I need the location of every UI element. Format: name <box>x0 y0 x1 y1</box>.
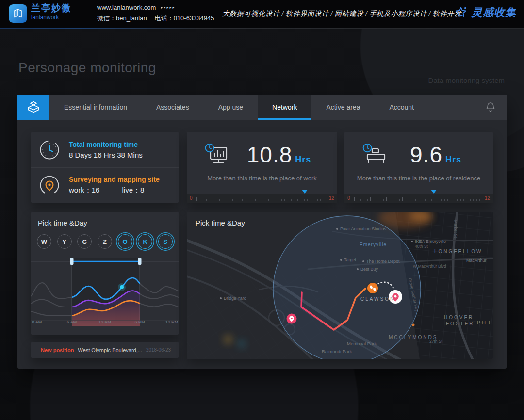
scale-pointer[interactable] <box>302 190 308 194</box>
day-button-z[interactable]: Z <box>98 234 112 249</box>
ruler-ticks <box>196 196 328 201</box>
current-position-marker[interactable] <box>367 282 379 294</box>
scale-min: 0 <box>347 195 350 201</box>
day-button-o[interactable]: O <box>118 234 132 249</box>
phone-label: 电话：010-63334945 <box>155 14 214 23</box>
day-chart-card: Pick time &Day W Y C Z O K S <box>31 212 179 335</box>
map-title: Pick time &Day <box>196 219 245 227</box>
work-hours-unit: Hrs <box>295 155 311 164</box>
header-contact: www.lanlanwork.com ▸▸▸▸▸ 微信：ben_lanlan 电… <box>97 4 214 23</box>
live-count: live：8 <box>122 186 145 194</box>
axis-tick-label: 12 PM <box>165 320 178 324</box>
day-buttons-row: W Y C Z O K S <box>37 234 173 249</box>
star-icon <box>454 6 468 19</box>
brand-text: 兰亭妙微 lanlanwork <box>31 3 72 21</box>
collect-logo[interactable]: 灵感收集 <box>454 5 516 20</box>
notice-address: West Olympic Boulevard,... <box>78 347 142 353</box>
scale-min: 0 <box>190 195 193 201</box>
total-monitoring-value: 8 Days 16 Hrs 38 Mins <box>69 151 143 159</box>
residence-hours-caption: More than this time is the place of resi… <box>344 175 493 182</box>
layers-box-icon <box>26 100 41 114</box>
day-chart-axis: 0 AM6 AM12 AM6 PM12 PM <box>31 320 179 326</box>
tab-essential-information[interactable]: Essential information <box>49 95 142 120</box>
header-bar: 兰亭妙微 lanlanwork www.lanlanwork.com ▸▸▸▸▸… <box>0 0 524 28</box>
residence-hours-card: 9.6Hrs More than this time is the place … <box>344 132 493 203</box>
residence-hours-unit: Hrs <box>445 155 461 164</box>
residence-hours-scale: 0 12 <box>344 194 493 203</box>
brand-name-cn: 兰亭妙微 <box>31 3 72 14</box>
axis-tick-label: 6 AM <box>67 320 77 324</box>
work-hours-value: 10.8 <box>247 142 293 167</box>
mapping-site-title: Surveying and mapping site <box>69 176 160 183</box>
day-button-c[interactable]: C <box>77 234 92 249</box>
work-hours-caption: More than this time is the place of work <box>187 175 337 182</box>
day-button-w[interactable]: W <box>37 234 51 249</box>
data-point-marker[interactable] <box>120 285 124 289</box>
map-canvas[interactable] <box>187 212 493 359</box>
start-position-marker[interactable] <box>287 314 297 324</box>
brand-name-en: lanlanwork <box>31 15 72 21</box>
scale-pointer[interactable] <box>431 190 437 194</box>
axis-tick-label: 12 AM <box>98 320 111 324</box>
mapping-site-row: Surveying and mapping site work：16 live：… <box>31 167 179 203</box>
tab-network[interactable]: Network <box>258 95 311 120</box>
day-button-y[interactable]: Y <box>57 234 72 249</box>
app-root: 兰亭妙微 lanlanwork www.lanlanwork.com ▸▸▸▸▸… <box>0 0 524 420</box>
time-series-chart <box>31 254 179 326</box>
brand-logo[interactable] <box>9 4 27 23</box>
axis-tick-label: 0 AM <box>32 320 42 324</box>
axis-tick-label: 6 PM <box>134 320 145 324</box>
slider-handle-left[interactable] <box>70 258 74 265</box>
page-title: Personage monitoring <box>18 60 156 76</box>
bell-icon <box>485 101 496 113</box>
notifications-button[interactable] <box>485 101 496 115</box>
notice-label: New position <box>41 347 74 353</box>
services-list: 大数据可视化设计 / 软件界面设计 / 网站建设 / 手机及小程序设计 / 软件… <box>222 9 461 18</box>
wechat-label: 微信：ben_lanlan <box>97 14 147 23</box>
work-hours-scale: 0 12 <box>187 194 337 203</box>
book-logo-icon <box>12 7 24 20</box>
tab-app-use[interactable]: App use <box>204 95 258 120</box>
arrows-decoration: ▸▸▸▸▸ <box>161 5 175 10</box>
notice-date: 2018-06-23 <box>146 347 171 353</box>
collect-label: 灵感收集 <box>472 5 516 20</box>
monitoring-summary-card: Total monitoring time 8 Days 16 Hrs 38 M… <box>31 132 179 203</box>
day-button-k[interactable]: K <box>138 234 152 249</box>
main-panel: Essential information Associates App use… <box>17 95 507 369</box>
map-pin-icon <box>39 175 60 196</box>
slider-handle-right[interactable] <box>138 258 142 265</box>
tab-associates[interactable]: Associates <box>142 95 204 120</box>
new-position-notice: New position West Olympic Boulevard,... … <box>31 342 179 358</box>
clock-icon <box>39 139 60 161</box>
website-link[interactable]: www.lanlanwork.com <box>97 4 156 11</box>
residence-hours-value: 9.6 <box>410 142 442 167</box>
total-monitoring-title: Total monitoring time <box>69 141 143 148</box>
scale-max: 12 <box>329 195 334 201</box>
ruler-ticks <box>354 196 483 201</box>
work-count: work：16 <box>69 186 99 194</box>
total-monitoring-row: Total monitoring time 8 Days 16 Hrs 38 M… <box>31 132 179 167</box>
day-button-s[interactable]: S <box>158 234 173 249</box>
map-card[interactable]: Pick time &Day <box>187 212 493 359</box>
work-hours-card: 10.8Hrs More than this time is the place… <box>187 132 337 203</box>
tab-bar: Essential information Associates App use… <box>17 95 507 120</box>
panel-logo-button[interactable] <box>17 95 49 120</box>
day-chart-title: Pick time &Day <box>38 219 87 227</box>
tab-active-area[interactable]: Active area <box>311 95 375 120</box>
page-subtitle: Data monitoring system <box>428 76 505 84</box>
scale-max: 12 <box>485 195 490 201</box>
destination-pin-marker[interactable] <box>389 290 402 304</box>
tab-account[interactable]: Account <box>375 95 428 120</box>
